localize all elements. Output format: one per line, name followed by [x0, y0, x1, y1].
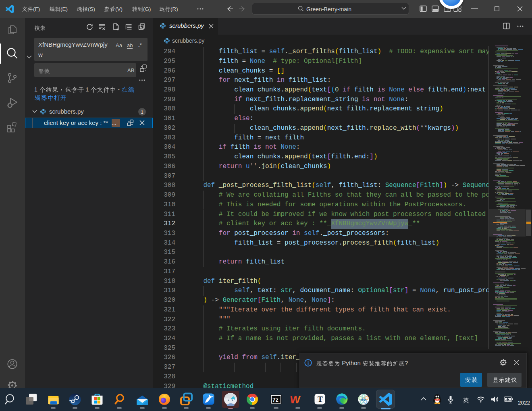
svg-text:T: T — [318, 395, 323, 403]
svg-text:7z: 7z — [272, 396, 278, 403]
svg-text:W: W — [289, 393, 301, 406]
svg-text:ev: ev — [361, 397, 366, 402]
